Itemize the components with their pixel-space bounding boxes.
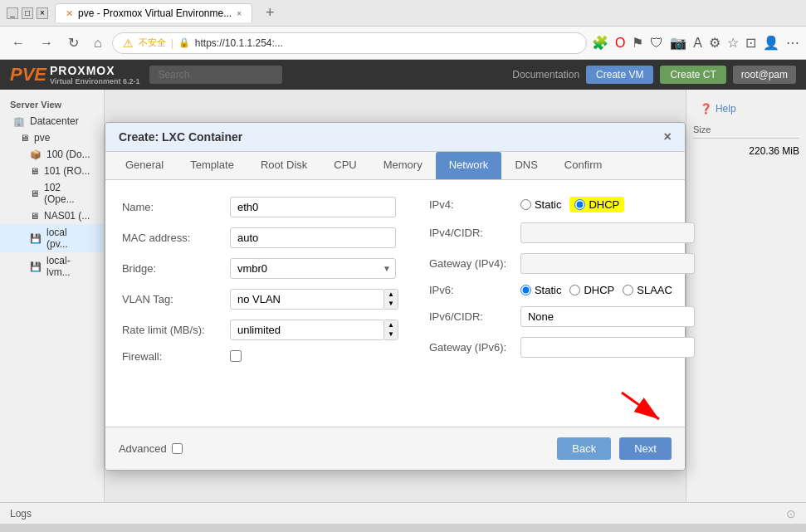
rate-up-btn[interactable]: ▲ <box>384 320 398 330</box>
minimize-btn[interactable]: _ <box>7 7 18 19</box>
ipv6-dhcp-option[interactable]: DHCP <box>569 284 614 296</box>
ipv6-static-option[interactable]: Static <box>520 284 562 296</box>
help-btn[interactable]: ❓ Help <box>700 103 793 115</box>
gateway-ipv4-label: Gateway (IPv4): <box>429 257 520 270</box>
maximize-btn[interactable]: □ <box>22 7 33 19</box>
sidebar-item-datacenter[interactable]: 🏢 Datacenter <box>0 113 104 129</box>
vlan-input[interactable] <box>230 289 384 310</box>
main-layout: Server View 🏢 Datacenter 🖥 pve 📦 100 (Do… <box>0 90 806 502</box>
vlan-down-btn[interactable]: ▼ <box>384 299 398 309</box>
sidebar-item-101[interactable]: 🖥 101 (RO... <box>0 163 104 179</box>
ipv4-cidr-row: IPv4/CIDR: <box>429 222 695 243</box>
nav-bar: ← → ↻ ⌂ ⚠ 不安全 | 🔒 https://10.1.1.254:...… <box>0 27 806 60</box>
ipv4-cidr-label: IPv4/CIDR: <box>429 227 520 239</box>
ipv6-slaac-radio[interactable] <box>623 285 633 295</box>
tab-confirm[interactable]: Confirm <box>551 152 616 179</box>
sidebar-item-local-lvm[interactable]: 💾 local-lvm... <box>0 252 104 281</box>
vm-icon-100: 📦 <box>30 149 42 160</box>
address-text: https://10.1.1.254:... <box>195 37 283 49</box>
create-lxc-dialog: Create: LXC Container × General Template… <box>105 122 686 471</box>
mac-input[interactable] <box>230 227 396 248</box>
back-nav-btn[interactable]: ← <box>7 34 30 52</box>
user-profile-btn[interactable]: 👤 <box>763 35 779 51</box>
tab-dns[interactable]: DNS <box>501 152 550 179</box>
tab-memory[interactable]: Memory <box>370 152 436 179</box>
opera-btn[interactable]: O <box>615 36 625 51</box>
sidebar-item-local[interactable]: 💾 local (pv... <box>0 224 104 252</box>
create-ct-btn[interactable]: Create CT <box>660 66 725 84</box>
next-btn[interactable]: Next <box>619 437 672 460</box>
ipv6-dhcp-radio[interactable] <box>569 285 580 295</box>
tab-network[interactable]: Network <box>436 152 502 179</box>
settings-btn[interactable]: ⚙ <box>709 35 721 51</box>
ipv6-radio-group: Static DHCP SLAAC <box>520 284 672 296</box>
ipv4-dhcp-option[interactable]: DHCP <box>569 197 624 212</box>
tab-cpu[interactable]: CPU <box>320 152 369 179</box>
back-btn[interactable]: Back <box>557 437 611 460</box>
tab-title: pve - Proxmox Virtual Environme... <box>78 7 232 19</box>
sidebar-item-nas01[interactable]: 🖥 NAS01 (... <box>0 207 104 224</box>
tab-close-btn[interactable]: × <box>237 9 242 18</box>
vm-icon-102: 🖥 <box>30 188 39 198</box>
content-area: Create: LXC Container × General Template… <box>105 90 686 502</box>
ipv4-dhcp-radio[interactable] <box>574 199 585 210</box>
refresh-btn[interactable]: ↻ <box>63 33 84 52</box>
name-input[interactable] <box>230 197 396 217</box>
star-btn[interactable]: ☆ <box>727 35 739 51</box>
home-btn[interactable]: ⌂ <box>89 34 107 52</box>
sidebar-item-102[interactable]: 🖥 102 (Ope... <box>0 179 104 207</box>
ipv4-static-radio[interactable] <box>520 199 531 210</box>
ipv6-static-radio[interactable] <box>520 285 531 295</box>
tab-general[interactable]: General <box>112 152 177 179</box>
nas-label: NAS01 (... <box>44 210 90 222</box>
storage-icon-local: 💾 <box>30 233 42 244</box>
ipv4-static-option[interactable]: Static <box>520 198 562 211</box>
user-menu-btn[interactable]: root@pam <box>733 66 796 84</box>
more-btn[interactable]: ⋯ <box>786 35 799 51</box>
ipv6-cidr-input[interactable] <box>520 306 695 327</box>
rate-input[interactable] <box>230 320 384 340</box>
dialog-close-btn[interactable]: × <box>664 129 672 144</box>
sidebar-item-100[interactable]: 📦 100 (Do... <box>0 146 104 163</box>
ipv6-static-label: Static <box>535 284 562 296</box>
sync-btn[interactable]: ⊡ <box>745 35 756 51</box>
proxmox-version: Virtual Environment 6.2-1 <box>50 77 139 85</box>
ipv6-slaac-label: SLAAC <box>637 284 672 296</box>
bridge-select[interactable]: vmbr0 <box>230 258 396 279</box>
help-label: Help <box>716 103 736 115</box>
shield-btn[interactable]: 🛡 <box>650 36 663 51</box>
ipv6-dhcp-label: DHCP <box>584 284 614 296</box>
new-tab-btn[interactable]: + <box>259 4 281 22</box>
ipv4-cidr-input[interactable] <box>520 222 695 243</box>
size-value: 220.36 MiB <box>693 142 799 160</box>
translate-btn[interactable]: A <box>693 36 702 51</box>
documentation-btn[interactable]: Documentation <box>512 69 579 81</box>
ipv6-slaac-option[interactable]: SLAAC <box>623 284 672 296</box>
tab-root-disk[interactable]: Root Disk <box>247 152 320 179</box>
close-window-btn[interactable]: × <box>37 7 48 19</box>
window-controls[interactable]: _ □ × <box>7 7 48 19</box>
expand-icon[interactable]: ⊙ <box>786 507 796 520</box>
sidebar-item-pve[interactable]: 🖥 pve <box>0 129 104 146</box>
advanced-checkbox[interactable] <box>172 443 183 454</box>
firewall-checkbox[interactable] <box>230 350 242 362</box>
bookmark-btn[interactable]: ⚑ <box>632 35 643 51</box>
create-vm-btn[interactable]: Create VM <box>586 66 653 84</box>
extensions-btn[interactable]: 🧩 <box>592 35 608 51</box>
nav-icons: 🧩 O ⚑ 🛡 📷 A ⚙ ☆ ⊡ 👤 ⋯ <box>592 35 799 51</box>
address-bar[interactable]: ⚠ 不安全 | 🔒 https://10.1.1.254:... <box>112 32 587 54</box>
ipv6-row: IPv6: Static DHCP <box>429 284 695 296</box>
right-form-section: IPv4: Static DHCP <box>429 197 695 410</box>
camera-btn[interactable]: 📷 <box>670 35 686 51</box>
logo-mark: PVE <box>10 64 46 85</box>
forward-nav-btn[interactable]: → <box>35 34 58 52</box>
gateway-ipv4-row: Gateway (IPv4): <box>429 253 695 274</box>
gateway-ipv4-input[interactable] <box>520 253 695 274</box>
gateway-ipv6-input[interactable] <box>520 337 695 358</box>
rate-down-btn[interactable]: ▼ <box>384 329 398 339</box>
search-input[interactable] <box>149 66 282 84</box>
tab-template[interactable]: Template <box>177 152 247 179</box>
browser-tab[interactable]: ✕ pve - Proxmox Virtual Environme... × <box>55 3 252 22</box>
vlan-up-btn[interactable]: ▲ <box>384 290 398 300</box>
dialog-body: Name: MAC address: Bridge: vmbr0 <box>105 180 685 427</box>
